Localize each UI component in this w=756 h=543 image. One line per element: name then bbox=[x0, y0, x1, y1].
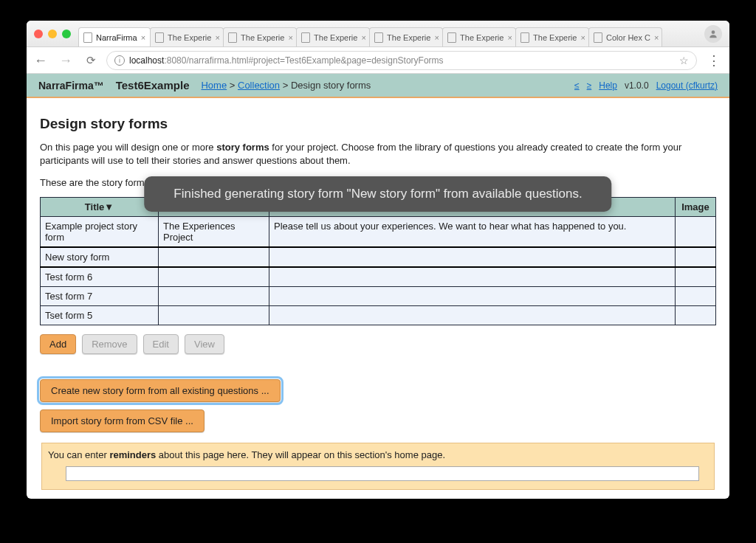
window-controls bbox=[34, 30, 71, 38]
cell-title: The Experiences Project bbox=[159, 217, 269, 248]
cell-image bbox=[676, 267, 716, 287]
breadcrumb-collection[interactable]: Collection bbox=[238, 80, 280, 91]
cell-intro bbox=[269, 267, 676, 287]
cell-title bbox=[159, 267, 269, 287]
table-buttons: Add Remove Edit View bbox=[40, 334, 716, 354]
logout-link[interactable]: Logout (cfkurtz) bbox=[656, 80, 718, 91]
tab-label: The Experie bbox=[460, 33, 504, 42]
close-window-icon[interactable] bbox=[34, 30, 43, 38]
svg-point-0 bbox=[712, 30, 715, 34]
bookmark-icon[interactable]: ☆ bbox=[679, 55, 689, 66]
tab-label: NarraFirma bbox=[96, 33, 137, 42]
minimize-window-icon[interactable] bbox=[48, 30, 57, 38]
tab-label: The Experie bbox=[241, 33, 284, 42]
page-icon bbox=[83, 32, 92, 43]
import-csv-button[interactable]: Import story form from CSV file ... bbox=[40, 409, 205, 432]
cell-short: Test form 6 bbox=[41, 267, 159, 287]
next-page-link[interactable]: ≥ bbox=[587, 80, 592, 91]
url-path: /narrafirma.html#project=Test6Example&pa… bbox=[186, 55, 443, 66]
browser-window: NarraFirma×The Experie×The Experie×The E… bbox=[27, 21, 729, 499]
url-port: :8080 bbox=[164, 55, 186, 66]
cell-image bbox=[676, 247, 716, 267]
site-info-icon[interactable]: i bbox=[114, 55, 125, 66]
browser-tab[interactable]: The Experie× bbox=[150, 27, 224, 46]
url-field[interactable]: i localhost:8080/narrafirma.html#project… bbox=[106, 51, 697, 70]
profile-avatar-icon[interactable] bbox=[704, 25, 722, 43]
page-icon bbox=[594, 32, 602, 43]
url-host: localhost bbox=[129, 55, 164, 66]
content-area: Finished generating story form "New stor… bbox=[27, 98, 729, 499]
breadcrumb-current: Design story forms bbox=[291, 80, 371, 91]
reminder-input[interactable] bbox=[66, 466, 699, 481]
add-button[interactable]: Add bbox=[40, 334, 76, 354]
table-row[interactable]: Tset form 5 bbox=[41, 306, 716, 325]
breadcrumb: Home > Collection > Design story forms bbox=[201, 80, 371, 91]
close-tab-icon[interactable]: × bbox=[654, 33, 659, 42]
tab-label: Color Hex C bbox=[606, 33, 650, 42]
tab-label: The Experie bbox=[168, 33, 211, 42]
create-from-all-button[interactable]: Create new story form from all existing … bbox=[40, 379, 281, 402]
cell-short: Example project story form bbox=[41, 217, 159, 248]
close-tab-icon[interactable]: × bbox=[361, 33, 365, 42]
edit-button[interactable]: Edit bbox=[143, 334, 179, 354]
browser-tab[interactable]: The Experie× bbox=[515, 27, 589, 46]
page-intro: On this page you will design one or more… bbox=[40, 141, 716, 167]
cell-image bbox=[676, 287, 716, 306]
browser-tab[interactable]: The Experie× bbox=[296, 27, 370, 46]
browser-tab[interactable]: The Experie× bbox=[369, 27, 443, 46]
page-icon bbox=[447, 32, 456, 43]
view-button[interactable]: View bbox=[185, 334, 224, 354]
prev-page-link[interactable]: ≤ bbox=[574, 80, 580, 91]
table-row[interactable]: New story form bbox=[41, 247, 716, 267]
cell-short: Test form 7 bbox=[41, 287, 159, 306]
reminder-box: You can enter reminders about this page … bbox=[41, 443, 715, 490]
tab-label: The Experie bbox=[387, 33, 430, 42]
browser-menu-icon[interactable]: ⋮ bbox=[703, 52, 725, 69]
reload-button[interactable]: ⟳ bbox=[81, 51, 100, 70]
cell-title bbox=[159, 247, 269, 267]
close-tab-icon[interactable]: × bbox=[141, 33, 145, 42]
close-tab-icon[interactable]: × bbox=[215, 33, 219, 42]
version-label: v1.0.0 bbox=[625, 80, 649, 91]
page-icon bbox=[228, 32, 237, 43]
project-name: Test6Example bbox=[116, 79, 190, 91]
cell-title bbox=[159, 287, 269, 306]
address-bar: ← → ⟳ i localhost:8080/narrafirma.html#p… bbox=[27, 47, 729, 74]
cell-intro bbox=[269, 306, 676, 325]
cell-intro bbox=[269, 247, 676, 267]
browser-tab[interactable]: NarraFirma× bbox=[78, 27, 151, 46]
page-icon bbox=[520, 32, 529, 43]
browser-tab[interactable]: The Experie× bbox=[223, 27, 297, 46]
close-tab-icon[interactable]: × bbox=[580, 33, 585, 42]
cell-intro bbox=[269, 287, 676, 306]
close-tab-icon[interactable]: × bbox=[434, 33, 439, 42]
browser-tabs: NarraFirma×The Experie×The Experie×The E… bbox=[78, 21, 698, 46]
toast-message: Finished generating story form "New stor… bbox=[144, 176, 611, 212]
col-header-image[interactable]: Image bbox=[676, 198, 716, 217]
cell-short: New story form bbox=[41, 247, 159, 267]
forward-button[interactable]: → bbox=[56, 51, 75, 70]
browser-tab[interactable]: The Experie× bbox=[442, 27, 516, 46]
breadcrumb-home[interactable]: Home bbox=[201, 80, 227, 91]
back-button[interactable]: ← bbox=[31, 51, 50, 70]
browser-tab[interactable]: Color Hex C× bbox=[588, 27, 662, 46]
table-row[interactable]: Test form 6 bbox=[41, 267, 716, 287]
tab-label: The Experie bbox=[533, 33, 577, 42]
header-right: ≤ ≥ Help v1.0.0 Logout (cfkurtz) bbox=[574, 80, 718, 91]
table-row[interactable]: Example project story formThe Experience… bbox=[41, 217, 716, 248]
titlebar: NarraFirma×The Experie×The Experie×The E… bbox=[27, 21, 729, 47]
cell-image bbox=[676, 306, 716, 325]
cell-title bbox=[159, 306, 269, 325]
cell-image bbox=[676, 217, 716, 248]
close-tab-icon[interactable]: × bbox=[288, 33, 292, 42]
help-link[interactable]: Help bbox=[599, 80, 617, 91]
table-row[interactable]: Test form 7 bbox=[41, 287, 716, 306]
page-icon bbox=[374, 32, 383, 43]
col-header-title-sorted[interactable]: Title▼ bbox=[41, 198, 159, 217]
close-tab-icon[interactable]: × bbox=[507, 33, 512, 42]
remove-button[interactable]: Remove bbox=[82, 334, 137, 354]
page-icon bbox=[301, 32, 310, 43]
tab-label: The Experie bbox=[314, 33, 357, 42]
page-title: Design story forms bbox=[40, 116, 719, 132]
maximize-window-icon[interactable] bbox=[62, 30, 71, 38]
